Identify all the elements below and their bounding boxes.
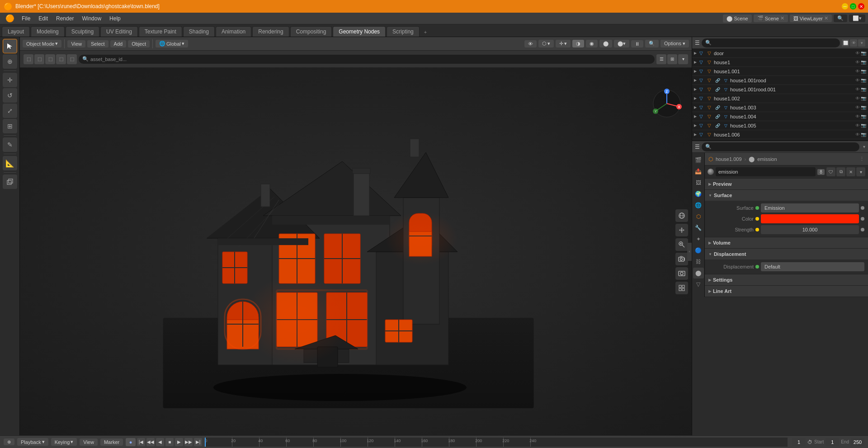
asset-icon-4[interactable]: ⬚: [56, 54, 66, 64]
scale-tool-button[interactable]: ⤢: [3, 104, 17, 118]
asset-icon-1[interactable]: ⬚: [24, 54, 33, 64]
select-menu[interactable]: Select: [87, 40, 108, 47]
filter-dropdown[interactable]: ▾: [858, 39, 865, 47]
asset-filter[interactable]: ▾: [678, 54, 688, 64]
scene-props-btn[interactable]: 🌍: [693, 189, 704, 199]
tab-sculpting[interactable]: Sculpting: [66, 26, 99, 37]
menu-render[interactable]: Render: [52, 14, 77, 23]
eye-icon[interactable]: 👁: [855, 69, 860, 74]
render-icon[interactable]: 📷: [861, 132, 866, 137]
properties-search[interactable]: 🔍: [702, 142, 859, 151]
add-cube-button[interactable]: [3, 174, 17, 189]
eye-icon[interactable]: 👁: [855, 132, 860, 137]
color-picker[interactable]: [761, 214, 859, 223]
viewport[interactable]: Object Mode ▾ View Select Add Object 🌐 G…: [20, 37, 692, 435]
menu-file[interactable]: File: [18, 14, 34, 23]
list-item[interactable]: ▶ ▽ ▽ door 👁 📷: [692, 49, 868, 58]
eye-icon[interactable]: 👁: [855, 87, 860, 92]
render-options-btn[interactable]: ⬤▾: [614, 40, 629, 47]
tab-compositing[interactable]: Compositing: [290, 26, 332, 37]
perspective-tool[interactable]: [675, 209, 688, 222]
asset-search-bar[interactable]: 🔍 asset_base_id...: [79, 55, 655, 64]
timeline-mode-btn[interactable]: ⊕: [4, 439, 14, 445]
pause-render-btn[interactable]: ⏸: [631, 40, 643, 47]
list-item[interactable]: ▶ ▽ ▽ house1.001 👁 📷: [692, 67, 868, 76]
tab-animation[interactable]: Animation: [216, 26, 251, 37]
displacement-value-selector[interactable]: Default: [761, 262, 864, 271]
step-back-btn[interactable]: ◀◀: [146, 438, 155, 446]
render-icon[interactable]: 📷: [861, 123, 866, 128]
material-options-icon[interactable]: ▾: [856, 167, 865, 176]
playback-btn[interactable]: Playback▾: [17, 438, 48, 446]
eye-icon[interactable]: 👁: [855, 60, 860, 65]
list-item[interactable]: ▶ ▽ ▽ 🔗 ▽ house1.001rood 👁 📷: [692, 76, 868, 85]
cursor-tool-button[interactable]: ⊕: [3, 54, 17, 69]
displacement-section-header[interactable]: ▼ Displacement: [705, 249, 868, 259]
outliner-search[interactable]: 🔍: [702, 38, 840, 47]
list-item[interactable]: ▶ ▽ ▽ house1.002 👁 📷: [692, 94, 868, 103]
tab-shading[interactable]: Shading: [183, 26, 215, 37]
list-item[interactable]: ▶ ▽ ▽ 🔗 ▽ house1.001rood.001 👁 📷: [692, 85, 868, 94]
search-button[interactable]: 🔍: [834, 14, 847, 22]
material-shield-icon[interactable]: 🛡: [826, 167, 835, 176]
annotate-tool-button[interactable]: ✎: [3, 137, 17, 152]
world-props-btn[interactable]: 🌐: [693, 200, 704, 211]
search-viewport-btn[interactable]: 🔍: [645, 40, 659, 47]
bc-options-icon[interactable]: ⋮: [859, 156, 864, 162]
asset-list-view[interactable]: ☰: [656, 54, 666, 64]
filter-visible[interactable]: 👁: [850, 39, 857, 47]
particle-props-btn[interactable]: ✦: [693, 234, 704, 245]
render-icon[interactable]: 📷: [861, 105, 866, 110]
strength-input[interactable]: 10.000: [761, 225, 859, 234]
render-icon[interactable]: 📷: [861, 51, 866, 56]
menu-edit[interactable]: Edit: [35, 14, 52, 23]
render-icon[interactable]: 📷: [861, 87, 866, 92]
preview-section-header[interactable]: ▶ Preview: [705, 179, 868, 189]
emission-shader-selector[interactable]: Emission: [761, 203, 859, 212]
add-workspace-button[interactable]: +: [420, 28, 430, 37]
material-copy-icon[interactable]: ⧉: [836, 167, 845, 176]
viewlayer-selector[interactable]: 🖼 ViewLayer ✕: [790, 14, 832, 22]
render-icon[interactable]: 📷: [861, 78, 866, 83]
material-name-input[interactable]: emission: [716, 167, 816, 176]
select-tool-button[interactable]: [3, 39, 17, 53]
list-item[interactable]: ▶ ▽ ▽ house1 👁 📷: [692, 58, 868, 67]
material-delete-icon[interactable]: ✕: [846, 167, 855, 176]
eye-icon[interactable]: 👁: [855, 114, 860, 119]
object-menu[interactable]: Object: [128, 40, 150, 47]
shading-material-btn[interactable]: ◉: [586, 40, 598, 47]
render-props-btn[interactable]: 🎬: [693, 155, 704, 165]
asset-icon-5[interactable]: ⬚: [67, 54, 77, 64]
play-btn[interactable]: ▶: [175, 438, 183, 446]
list-item[interactable]: ▶ ▽ ▽ 🔗 ▽ house1.003 👁 📷: [692, 103, 868, 112]
asset-grid-view[interactable]: ⊞: [667, 54, 677, 64]
menu-window[interactable]: Window: [78, 14, 105, 23]
tab-geometry-nodes[interactable]: Geometry Nodes: [333, 26, 386, 37]
panel-collapse-arrow[interactable]: ‹: [687, 243, 692, 261]
prop-expand-icon[interactable]: ▾: [863, 144, 865, 149]
view-btn[interactable]: View: [80, 439, 98, 446]
volume-section-header[interactable]: ▶ Volume: [705, 237, 868, 248]
scene-selector[interactable]: 🎬 Scene ✕: [754, 14, 788, 22]
viewport-shading-selector[interactable]: 👁: [524, 40, 537, 47]
camera-tool[interactable]: [675, 253, 688, 265]
eye-icon[interactable]: 👁: [855, 96, 860, 101]
overlays-button[interactable]: ⬡▾: [538, 40, 554, 47]
line-art-section-header[interactable]: ▶ Line Art: [705, 286, 868, 297]
view-menu[interactable]: View: [67, 40, 85, 47]
eye-icon[interactable]: 👁: [855, 78, 860, 83]
constraints-btn[interactable]: ⛓: [693, 256, 704, 267]
render-tool[interactable]: [675, 267, 688, 280]
gizmos-button[interactable]: ✛▾: [556, 40, 571, 47]
timeline-ruler[interactable]: 0 20 40 60 80 100 120 140 160 180 200 22…: [205, 438, 788, 447]
close-button[interactable]: ✕: [858, 3, 864, 9]
maximize-button[interactable]: □: [850, 3, 856, 9]
measure-tool-button[interactable]: 📐: [3, 156, 17, 170]
move-tool-button[interactable]: ✛: [3, 73, 17, 87]
tab-modeling[interactable]: Modeling: [31, 26, 65, 37]
asset-icon-3[interactable]: ⬚: [45, 54, 55, 64]
menu-help[interactable]: Help: [106, 14, 124, 23]
tab-texture-paint[interactable]: Texture Paint: [139, 26, 182, 37]
current-frame-display[interactable]: 1: [792, 438, 806, 446]
data-props-btn[interactable]: ▽: [693, 279, 704, 290]
